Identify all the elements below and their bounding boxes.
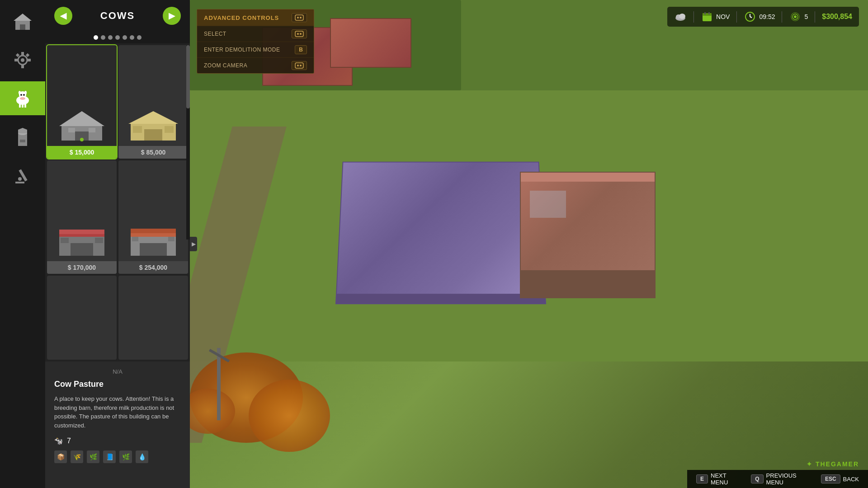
svg-rect-7: [14, 59, 18, 61]
scrollbar-area[interactable]: [186, 45, 190, 239]
panel-collapse-arrow[interactable]: ▶: [190, 237, 197, 251]
svg-rect-5: [21, 52, 24, 56]
svg-rect-2: [20, 24, 25, 30]
svg-rect-41: [71, 243, 93, 256]
adv-title: ADVANCED CONTROLS: [204, 14, 279, 21]
svg-point-61: [679, 14, 685, 19]
item-image-2: [124, 105, 183, 146]
dot-3: [108, 35, 113, 40]
machinery-icon: [12, 49, 33, 71]
svg-rect-50: [295, 15, 303, 20]
logo-name-gamer: GAMER: [831, 460, 859, 468]
svg-rect-17: [19, 104, 21, 108]
svg-point-69: [794, 15, 797, 18]
bottom-action-back: ESC BACK: [821, 474, 859, 483]
thegamer-logo: ✦ THEGAMER: [807, 460, 859, 468]
dot-6: [130, 35, 134, 40]
item-image-3: [52, 221, 111, 261]
dot-5: [123, 35, 127, 40]
sidebar-item-silo[interactable]: [5, 120, 41, 154]
svg-rect-47: [140, 243, 167, 256]
svg-point-16: [23, 94, 25, 96]
item-price-1: $ 15,000: [47, 146, 117, 159]
svg-rect-65: [708, 12, 710, 14]
silo-icon: [12, 126, 33, 148]
main-panel: ◀ COWS ▶ $ 15,000: [45, 0, 190, 488]
svg-point-52: [300, 17, 302, 19]
desc-na: N/A: [54, 368, 181, 375]
barn-main-purple: [335, 162, 546, 305]
bottom-action-prev: Q PREVIOUS MENU: [751, 472, 814, 486]
prev-button[interactable]: ◀: [54, 7, 72, 25]
svg-rect-19: [24, 104, 26, 108]
item-card-5[interactable]: [47, 276, 117, 360]
svg-point-51: [297, 17, 299, 19]
key-esc: ESC: [821, 474, 840, 483]
dot-4: [115, 35, 120, 40]
item-card-2[interactable]: $ 85,000: [118, 45, 188, 159]
sidebar-item-auction[interactable]: [5, 158, 41, 192]
cloud-icon: [674, 10, 687, 23]
hud-calendar: NOV: [701, 10, 730, 23]
calendar-icon: [701, 10, 713, 23]
svg-rect-36: [133, 126, 142, 133]
dot-2: [101, 35, 105, 40]
cow-icon-desc: 🐄: [54, 436, 63, 445]
adv-header: ADVANCED CONTROLS: [197, 9, 314, 26]
hud-money: $300,854: [822, 13, 852, 21]
item-price-2: $ 85,000: [118, 146, 188, 159]
svg-point-58: [300, 65, 302, 66]
adv-label-demolition: ENTER DEMOLITION MODE: [204, 47, 280, 53]
bottom-bar: E NEXT MENU Q PREVIOUS MENU ESC BACK: [687, 470, 868, 488]
bottom-action-next: E NEXT MENU: [696, 472, 744, 486]
svg-rect-63: [703, 13, 712, 16]
dot-1: [94, 35, 98, 40]
scrollbar-thumb[interactable]: [186, 45, 190, 108]
item-card-6[interactable]: [118, 276, 188, 360]
desc-icon-5: 🌿: [119, 450, 132, 463]
signal-icon: [789, 10, 802, 23]
logo-prefix: ✦: [807, 460, 816, 468]
svg-rect-31: [68, 128, 75, 132]
item-image-4: [124, 221, 183, 261]
sidebar: [0, 0, 45, 488]
item-card-4[interactable]: $ 254,000: [118, 160, 188, 274]
barn-icon: [12, 11, 33, 33]
sidebar-item-cows[interactable]: [0, 81, 45, 115]
clock-icon: [744, 10, 756, 23]
adv-key-select: [292, 29, 307, 38]
item-card-3[interactable]: $ 170,000: [47, 160, 117, 274]
desc-text: A place to keep your cows. Attention! Th…: [54, 394, 181, 430]
label-back: BACK: [843, 476, 859, 483]
desc-icons: 📦 🌾 🌿 📘 🌿 💧: [54, 450, 181, 463]
money-display: $300,854: [822, 13, 852, 21]
desc-icon-6: 💧: [136, 450, 148, 463]
sidebar-item-barn[interactable]: [5, 5, 41, 38]
adv-label-zoom: ZOOM CAMERA: [204, 62, 247, 69]
adv-row-zoom: ZOOM CAMERA: [197, 57, 314, 73]
logo-name-the: THE: [816, 460, 831, 468]
svg-rect-64: [704, 12, 706, 14]
desc-icon-1: 📦: [54, 450, 67, 463]
label-next-menu: NEXT MENU: [711, 472, 744, 486]
svg-point-57: [297, 65, 299, 66]
item-card-1[interactable]: $ 15,000: [47, 45, 117, 159]
item-price-3: $ 170,000: [47, 261, 117, 274]
windmill-pole: [217, 348, 221, 420]
svg-rect-56: [295, 63, 303, 68]
svg-rect-49: [168, 237, 175, 241]
desc-count: 🐄 7: [54, 436, 181, 445]
barn-top-right: [330, 18, 411, 68]
label-prev-menu: PREVIOUS MENU: [766, 472, 814, 486]
next-button[interactable]: ▶: [163, 7, 181, 25]
svg-point-26: [18, 177, 22, 181]
sidebar-item-machinery[interactable]: [5, 43, 41, 77]
panel-header: ◀ COWS ▶: [45, 0, 190, 32]
dot-7: [137, 35, 142, 40]
item-price-4: $ 254,000: [118, 261, 188, 274]
hud-clock: 09:52: [744, 10, 775, 23]
advanced-controls-panel: ADVANCED CONTROLS SELECT ENTER DEMOLITIO…: [197, 9, 314, 74]
trees-autumn-2: [249, 380, 330, 452]
cows-icon: [12, 88, 33, 109]
adv-key-demolition: B: [295, 45, 307, 54]
